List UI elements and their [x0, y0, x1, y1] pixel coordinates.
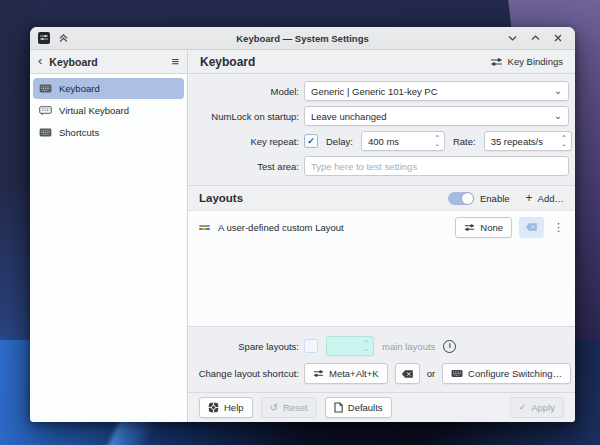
delay-value: 400 ms — [368, 136, 399, 147]
spare-layouts-spinbox[interactable]: ⌃ ⌄ — [326, 336, 374, 356]
delay-spinbox[interactable]: 400 ms ⌃ ⌄ — [361, 131, 445, 151]
sidebar-item-shortcuts[interactable]: Shortcuts — [33, 122, 184, 143]
toggle-knob — [462, 193, 473, 204]
document-revert-icon — [334, 402, 343, 413]
sidebar: ‹ Keyboard ≡ Keyboard Virtual Keyboard — [30, 50, 188, 422]
key-bindings-label: Key Bindings — [508, 56, 563, 67]
configure-switching-label: Configure Switching… — [468, 368, 562, 379]
row-menu-icon[interactable]: ⋮ — [551, 222, 566, 233]
model-value: Generic | Generic 101-key PC — [311, 86, 438, 97]
chevron-up-icon — [530, 33, 541, 43]
back-icon[interactable]: ‹ — [38, 54, 42, 67]
model-row: Model: Generic | Generic 101-key PC ⌄ — [188, 81, 575, 101]
key-repeat-checkbox[interactable]: ✓ — [304, 134, 318, 148]
sidebar-item-label: Shortcuts — [59, 127, 99, 138]
page-title: Keyboard — [200, 55, 255, 69]
rate-spinbox[interactable]: 35 repeats/s ⌃ ⌄ — [484, 131, 572, 151]
defaults-label: Defaults — [348, 402, 383, 413]
shortcut-key-button[interactable]: Meta+Alt+K — [304, 363, 388, 384]
keyboard-icon — [39, 84, 52, 93]
spin-down-icon[interactable]: ⌄ — [561, 141, 566, 148]
sidebar-item-label: Keyboard — [59, 83, 100, 94]
main-layouts-label: main layouts — [382, 341, 435, 352]
change-shortcut-row: Change layout shortcut: Meta+Alt+K — [188, 363, 575, 384]
sliders-icon — [464, 223, 475, 232]
shortcut-value: Meta+Alt+K — [329, 368, 379, 379]
clear-shortcut-button[interactable] — [395, 363, 420, 384]
numlock-combobox[interactable]: Leave unchanged ⌄ — [304, 106, 569, 126]
help-button[interactable]: Help — [199, 397, 253, 418]
window-title: Keyboard — System Settings — [30, 33, 575, 44]
sidebar-item-virtual-keyboard[interactable]: Virtual Keyboard — [33, 100, 184, 121]
shortcuts-keyboard-icon — [39, 128, 52, 137]
test-area-input[interactable] — [304, 156, 569, 176]
layouts-list: A user-defined custom Layout None — [188, 211, 575, 326]
spin-down-icon[interactable]: ⌄ — [364, 346, 369, 353]
info-icon[interactable]: i — [443, 340, 456, 353]
sliders-icon — [490, 57, 503, 67]
sidebar-item-keyboard[interactable]: Keyboard — [33, 78, 184, 99]
defaults-button[interactable]: Defaults — [325, 397, 392, 418]
layout-row[interactable]: A user-defined custom Layout None — [188, 214, 575, 240]
layout-shortcut-button[interactable]: None — [455, 217, 512, 238]
spin-down-icon[interactable]: ⌄ — [434, 141, 439, 148]
layout-shortcut-label: None — [480, 222, 503, 233]
minimize-button[interactable] — [506, 32, 518, 44]
sidebar-header: ‹ Keyboard ≡ — [30, 50, 187, 74]
spare-layouts-row: Spare layouts: ⌃ ⌄ main layouts i — [188, 336, 575, 356]
help-icon — [208, 402, 219, 413]
backspace-icon — [401, 369, 414, 379]
sidebar-list: Keyboard Virtual Keyboard Shortcuts — [30, 74, 187, 147]
chevron-down-icon: ⌄ — [554, 111, 562, 121]
spare-layouts-checkbox[interactable] — [304, 339, 318, 353]
plus-icon: + — [526, 192, 533, 204]
titlebar[interactable]: Keyboard — System Settings — [30, 27, 575, 50]
chevron-down-icon — [507, 33, 518, 43]
key-repeat-label: Key repeat: — [188, 136, 304, 147]
or-label: or — [427, 368, 435, 379]
close-button[interactable] — [552, 32, 564, 44]
enable-toggle[interactable] — [448, 192, 474, 205]
enable-label: Enable — [480, 193, 510, 204]
content-pane: Keyboard Key Bindings Model: Generic | G… — [188, 50, 575, 422]
clear-layout-shortcut-button[interactable] — [519, 217, 544, 238]
hamburger-menu-icon[interactable]: ≡ — [171, 55, 179, 68]
sidebar-title: Keyboard — [49, 56, 97, 68]
apply-button[interactable]: ✓ Apply — [510, 397, 564, 418]
app-icon — [38, 32, 50, 44]
configure-switching-button[interactable]: Configure Switching… — [442, 363, 571, 384]
sidebar-item-label: Virtual Keyboard — [59, 105, 129, 116]
model-combobox[interactable]: Generic | Generic 101-key PC ⌄ — [304, 81, 569, 101]
keyboard-form: Model: Generic | Generic 101-key PC ⌄ Nu… — [188, 74, 575, 185]
numlock-label: NumLock on startup: — [188, 111, 304, 122]
reset-label: Reset — [283, 402, 308, 413]
footer-form: Spare layouts: ⌃ ⌄ main layouts i — [188, 326, 575, 392]
close-icon — [553, 33, 563, 43]
add-layout-button[interactable]: + Add… — [520, 192, 564, 204]
change-shortcut-label: Change layout shortcut: — [188, 368, 304, 379]
test-area-label: Test area: — [188, 161, 304, 172]
backspace-icon — [525, 222, 538, 232]
check-icon: ✓ — [307, 137, 315, 146]
sliders-icon — [313, 369, 324, 378]
check-icon: ✓ — [519, 403, 527, 412]
keep-above-icon[interactable] — [58, 33, 69, 43]
layouts-title: Layouts — [199, 192, 243, 204]
apply-label: Apply — [531, 402, 555, 413]
custom-layout-flag-icon — [199, 223, 210, 231]
layouts-header: Layouts Enable + Add… — [188, 185, 575, 211]
rate-label: Rate: — [453, 136, 476, 147]
maximize-button[interactable] — [529, 32, 541, 44]
key-repeat-row: Key repeat: ✓ Delay: 400 ms ⌃ ⌄ — [188, 131, 575, 151]
model-label: Model: — [188, 86, 304, 97]
numlock-value: Leave unchanged — [311, 111, 387, 122]
content-header: Keyboard Key Bindings — [188, 50, 575, 74]
add-label: Add… — [538, 193, 564, 204]
delay-label: Delay: — [326, 136, 353, 147]
chevron-down-icon: ⌄ — [554, 86, 562, 96]
spare-layouts-label: Spare layouts: — [188, 341, 304, 352]
reset-button[interactable]: ↺ Reset — [261, 397, 317, 418]
undo-icon: ↺ — [270, 403, 278, 413]
system-settings-window: Keyboard — System Settings ‹ Keyboard ≡ — [30, 27, 575, 422]
key-bindings-button[interactable]: Key Bindings — [490, 56, 563, 67]
